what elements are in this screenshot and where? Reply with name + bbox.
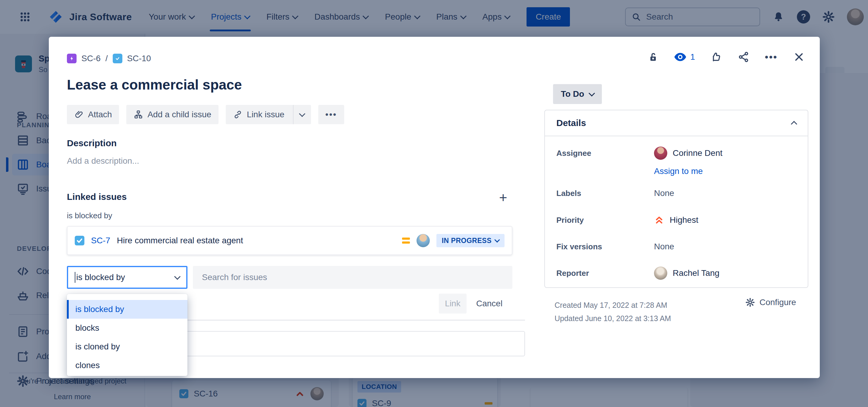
link-group-label: is blocked by [67, 211, 112, 220]
linked-issue-assignee-avatar[interactable] [416, 234, 430, 247]
linked-issue-status-dropdown[interactable]: IN PROGRESS [436, 234, 504, 247]
unlock-icon[interactable] [646, 50, 660, 64]
paperclip-icon [74, 110, 84, 119]
configure-gear-icon [745, 297, 755, 308]
linked-issues-heading: Linked issues [67, 192, 127, 202]
issue-toolbar: Attach Add a child issue Link issue ••• [67, 105, 344, 124]
dropdown-option-blocks[interactable]: blocks [67, 319, 187, 337]
breadcrumb-separator: / [105, 54, 108, 63]
linked-issue-row[interactable]: SC-7 Hire commercial real estate agent I… [67, 226, 513, 255]
priority-medium-icon [402, 238, 410, 244]
details-panel-header[interactable]: Details [545, 111, 808, 136]
linked-issue-key[interactable]: SC-7 [91, 236, 110, 245]
cancel-button[interactable]: Cancel [471, 294, 508, 314]
link-icon [233, 110, 243, 119]
reporter-row[interactable]: Reporter Rachel Tang [556, 265, 796, 282]
breadcrumb: SC-6 / SC-10 [67, 54, 151, 63]
chevron-up-icon [791, 121, 797, 127]
chevron-down-icon [589, 90, 595, 96]
toolbar-more-button[interactable]: ••• [318, 105, 344, 124]
text-cursor [75, 272, 75, 283]
breadcrumb-current[interactable]: SC-10 [127, 54, 151, 63]
issue-title[interactable]: Lease a commercial space [67, 76, 242, 93]
watchers[interactable]: 1 [674, 52, 695, 62]
chevron-down-icon [494, 237, 500, 242]
link-type-select[interactable]: is blocked by [67, 266, 187, 289]
add-linked-issue-plus-icon[interactable]: + [499, 189, 507, 206]
assignee-avatar [654, 147, 667, 160]
dropdown-option-clones[interactable]: clones [67, 356, 187, 375]
link-submit-button[interactable]: Link [439, 294, 467, 314]
search-for-issues-input[interactable] [193, 266, 513, 289]
fix-versions-value: None [654, 242, 674, 251]
labels-row[interactable]: Labels None [556, 187, 796, 200]
add-child-issue-button[interactable]: Add a child issue [126, 105, 218, 124]
dropdown-option-is-blocked-by[interactable]: is blocked by [67, 300, 187, 319]
fix-versions-row[interactable]: Fix versions None [556, 240, 796, 253]
link-type-value: is blocked by [76, 273, 125, 282]
created-timestamp: Created May 17, 2022 at 7:28 AM [555, 301, 667, 310]
watchers-count: 1 [690, 52, 695, 62]
dropdown-option-is-cloned-by[interactable]: is cloned by [67, 337, 187, 356]
assign-to-me-link[interactable]: Assign to me [654, 166, 703, 176]
updated-timestamp: Updated June 10, 2022 at 3:13 AM [555, 314, 671, 323]
epic-icon [67, 54, 76, 63]
link-issue-dropdown-chevron[interactable] [293, 105, 311, 124]
reporter-name: Rachel Tang [673, 268, 719, 278]
details-panel: Details Assignee Corinne Dent Assign to … [544, 110, 808, 288]
reporter-avatar [654, 267, 667, 280]
issue-modal: SC-6 / SC-10 1 [49, 37, 820, 378]
priority-highest-icon [654, 215, 664, 225]
watch-eye-icon [674, 53, 687, 62]
task-icon [113, 54, 122, 63]
more-actions-icon[interactable]: ••• [764, 50, 778, 64]
link-type-dropdown-menu: is blocked by blocks is cloned by clones [67, 294, 187, 376]
attach-button[interactable]: Attach [67, 105, 119, 124]
details-heading: Details [556, 118, 586, 128]
share-icon[interactable] [737, 50, 750, 64]
status-dropdown-button[interactable]: To Do [553, 84, 602, 104]
assignee-row[interactable]: Assignee Corinne Dent [556, 145, 796, 162]
task-icon [75, 236, 84, 245]
vote-thumbs-up-icon[interactable] [709, 50, 723, 64]
priority-row[interactable]: Priority Highest [556, 213, 796, 227]
chevron-down-icon [174, 273, 181, 279]
jira-app: Jira Software Your work Projects Filters… [0, 0, 868, 407]
link-issue-button[interactable]: Link issue [226, 105, 311, 124]
assignee-name: Corinne Dent [673, 148, 722, 158]
linked-issue-summary[interactable]: Hire commercial real estate agent [117, 236, 396, 245]
description-heading: Description [67, 138, 117, 148]
priority-value: Highest [670, 215, 698, 225]
close-icon[interactable] [792, 50, 806, 64]
assign-to-me-row: Assign to me [556, 166, 796, 177]
child-issues-icon [133, 110, 143, 119]
labels-value: None [654, 188, 674, 198]
breadcrumb-parent[interactable]: SC-6 [82, 54, 101, 63]
configure-button[interactable]: Configure [745, 297, 796, 308]
description-placeholder[interactable]: Add a description... [67, 156, 139, 166]
